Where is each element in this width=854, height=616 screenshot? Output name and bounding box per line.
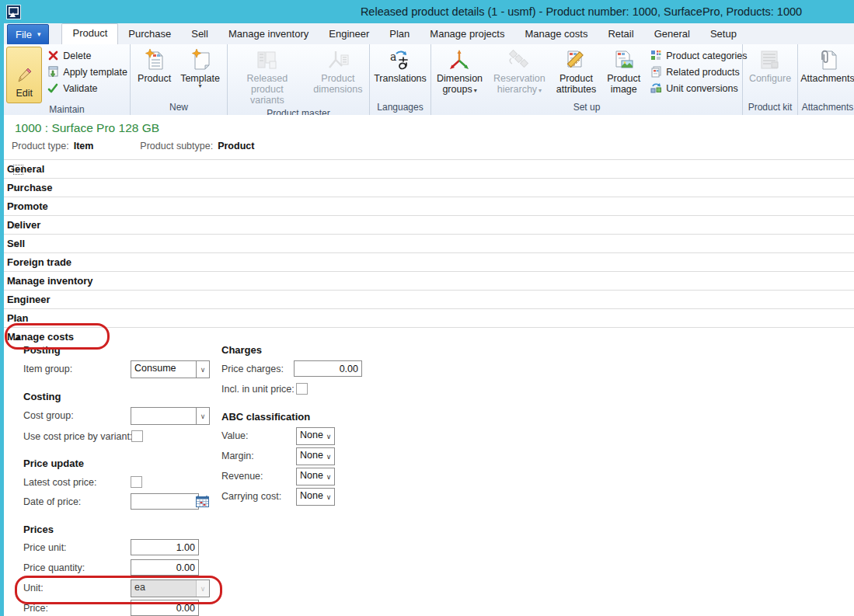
- price-unit-input[interactable]: [131, 539, 199, 555]
- ribbon-group-attachments: Attachments Attachments: [798, 44, 854, 115]
- file-menu-button[interactable]: File ▾: [7, 24, 49, 45]
- tab-retail[interactable]: Retail: [598, 25, 643, 44]
- translations-button[interactable]: a Translations: [371, 47, 430, 85]
- item-group-label: Item group:: [23, 364, 72, 374]
- use-cost-price-by-variant-checkbox[interactable]: [131, 430, 143, 442]
- new-product-icon: [143, 48, 166, 73]
- edit-button[interactable]: Edit: [6, 47, 42, 103]
- tab-manage-projects[interactable]: Manage projects: [420, 25, 514, 44]
- edit-label: Edit: [16, 88, 33, 99]
- fast-tab-plan[interactable]: ▷ Plan: [4, 309, 854, 328]
- tab-manage-costs[interactable]: Manage costs: [514, 25, 598, 44]
- tab-product[interactable]: Product: [61, 23, 118, 44]
- fast-tab-deliver-label: Deliver: [7, 219, 40, 231]
- fast-tab-manage-costs[interactable]: ◢ Manage costs: [4, 328, 854, 346]
- ribbon-group-set-up: Dimension groups▾ Reservation hierarchy▾: [431, 44, 743, 115]
- file-caret-icon: ▾: [37, 30, 41, 38]
- related-products-icon: [650, 66, 662, 78]
- chevron-down-icon[interactable]: ∨: [196, 361, 209, 378]
- price-unit-label: Price unit:: [23, 542, 67, 553]
- cost-group-combobox[interactable]: ∨: [131, 407, 210, 425]
- related-products-button[interactable]: Related products: [650, 64, 747, 80]
- window-left-border: [0, 23, 4, 616]
- delete-button[interactable]: Delete: [47, 47, 127, 64]
- fast-tab-engineer[interactable]: ▷ Engineer: [4, 291, 854, 309]
- abc-revenue-value: None: [297, 468, 323, 485]
- abc-margin-select[interactable]: None ∨: [296, 447, 335, 465]
- unit-conversions-button[interactable]: Unit conversions: [650, 80, 747, 96]
- fast-tab-manage-inventory-label: Manage inventory: [7, 275, 93, 287]
- pencil-icon: [12, 63, 36, 88]
- abc-carrying-cost-value: None: [297, 489, 323, 505]
- group-label-languages: Languages: [370, 101, 430, 115]
- fast-tab-purchase-label: Purchase: [7, 182, 53, 193]
- fast-tab-sell[interactable]: ▷ Sell: [4, 235, 854, 253]
- product-categories-button[interactable]: Product categories: [650, 47, 747, 64]
- price-charges-label: Price charges:: [221, 364, 284, 374]
- latest-cost-price-label: Latest cost price:: [23, 477, 97, 488]
- calendar-icon[interactable]: [195, 494, 209, 508]
- abc-value-select[interactable]: None ∨: [296, 427, 335, 445]
- released-product-variants-button: Released product variants: [230, 47, 305, 107]
- fast-tab-list: ▷ General ▷ Purchase ▷ Promote ▷ Deliver…: [4, 159, 854, 346]
- dimension-groups-button[interactable]: Dimension groups▾: [434, 47, 486, 96]
- abc-carrying-cost-select[interactable]: None ∨: [296, 488, 335, 506]
- new-product-button[interactable]: Product: [134, 47, 174, 85]
- fast-tab-deliver[interactable]: ▷ Deliver: [4, 216, 854, 235]
- abc-classification-heading: ABC classification: [221, 411, 310, 423]
- svg-text:a: a: [390, 50, 396, 63]
- record-header: 1000 : Surface Pro 128 GB Product type: …: [4, 115, 854, 159]
- apply-template-button[interactable]: Apply template: [47, 64, 127, 80]
- abc-value-value: None: [297, 428, 323, 444]
- chevron-down-icon: ∨: [323, 489, 334, 505]
- product-image-button[interactable]: Product image: [604, 47, 643, 96]
- chevron-down-icon[interactable]: ∨: [196, 408, 209, 424]
- record-title: 1000 : Surface Pro 128 GB: [15, 121, 159, 135]
- product-type-value: Item: [74, 141, 94, 151]
- prices-heading: Prices: [23, 524, 54, 535]
- fast-tab-foreign-trade[interactable]: ▷ Foreign trade: [4, 253, 854, 272]
- checkmark-icon: [47, 82, 59, 95]
- new-template-button[interactable]: Template ▾: [177, 47, 223, 90]
- price-label: Price:: [23, 603, 48, 614]
- product-image-icon: [612, 48, 636, 73]
- tab-setup[interactable]: Setup: [700, 25, 747, 44]
- product-attributes-button[interactable]: Product attributes: [553, 47, 599, 96]
- fast-tab-manage-inventory[interactable]: ▷ Manage inventory: [4, 272, 854, 291]
- reservation-hierarchy-icon: [507, 48, 531, 73]
- item-group-combobox[interactable]: Consume ∨: [131, 360, 210, 378]
- fast-tab-promote-label: Promote: [7, 200, 48, 212]
- latest-cost-price-checkbox[interactable]: [131, 476, 142, 488]
- tab-general[interactable]: General: [644, 25, 700, 44]
- fast-tab-promote[interactable]: ▷ Promote: [4, 197, 854, 216]
- validate-button[interactable]: Validate: [47, 80, 127, 96]
- released-product-variants-icon: [256, 48, 279, 73]
- reservation-hierarchy-button: Reservation hierarchy▾: [490, 47, 549, 96]
- tab-purchase[interactable]: Purchase: [118, 25, 181, 44]
- tab-manage-inventory[interactable]: Manage inventory: [218, 25, 319, 44]
- date-of-price-input[interactable]: [131, 493, 199, 510]
- fast-tab-purchase[interactable]: ▷ Purchase: [4, 179, 854, 197]
- item-group-value: Consume: [131, 361, 196, 378]
- abc-revenue-select[interactable]: None ∨: [296, 468, 335, 485]
- released-product-variants-label: Released product variants: [233, 73, 302, 106]
- attachments-label: Attachments: [800, 73, 854, 84]
- abc-revenue-label: Revenue:: [221, 471, 263, 482]
- group-label-product-kit: Product kit: [743, 101, 797, 115]
- dimension-groups-icon: [448, 48, 472, 73]
- incl-in-unit-price-label: Incl. in unit price:: [221, 384, 295, 395]
- incl-in-unit-price-checkbox[interactable]: [296, 383, 308, 395]
- price-input[interactable]: [131, 600, 199, 616]
- abc-margin-value: None: [297, 448, 323, 465]
- fast-tab-general[interactable]: ▷ General: [4, 160, 854, 179]
- price-charges-input[interactable]: [294, 360, 362, 377]
- tab-plan[interactable]: Plan: [379, 25, 420, 44]
- translations-icon: a: [389, 48, 412, 73]
- attachments-button[interactable]: Attachments: [797, 47, 854, 85]
- tab-engineer[interactable]: Engineer: [319, 25, 379, 44]
- product-attributes-label: Product attributes: [556, 73, 596, 95]
- ribbon-group-product-master: Released product variants Product dimens…: [228, 44, 370, 115]
- price-quantity-input[interactable]: [131, 559, 199, 576]
- tab-sell[interactable]: Sell: [181, 25, 218, 44]
- costing-heading: Costing: [23, 391, 61, 402]
